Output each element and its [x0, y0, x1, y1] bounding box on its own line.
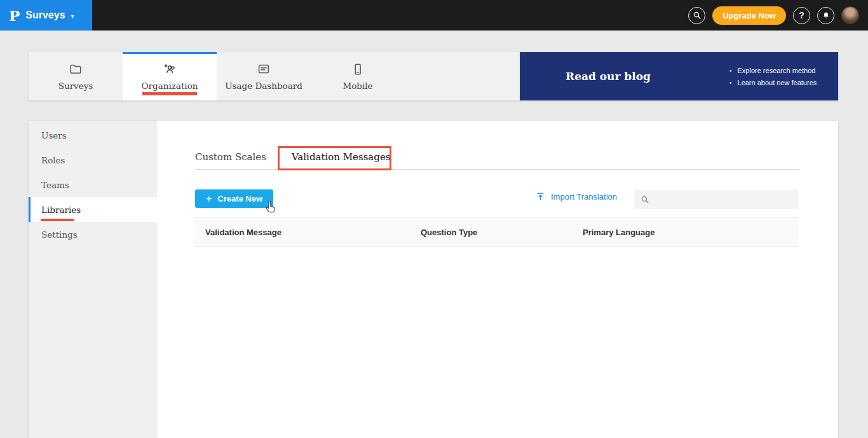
topbar: P Surveys ▾ Upgrade Now ? [0, 0, 868, 31]
import-icon [536, 191, 545, 202]
product-name-label: Surveys [25, 10, 65, 21]
annotation-underline-libraries [41, 219, 74, 221]
search-icon [693, 11, 702, 20]
nav-tab-organization[interactable]: Organization [123, 52, 217, 100]
tab-validation-messages[interactable]: Validation Messages [292, 151, 391, 163]
column-header-validation-message: Validation Message [205, 228, 281, 237]
sidebar-item-libraries[interactable]: Libraries [29, 197, 157, 222]
tabs-divider [195, 169, 799, 170]
question-mark-icon: ? [799, 10, 804, 20]
blog-bullet-item: • Explore research method [729, 67, 817, 74]
avatar[interactable] [841, 6, 859, 24]
column-header-primary-language: Primary Language [583, 228, 654, 237]
topbar-actions: Upgrade Now ? [688, 0, 859, 31]
annotation-underline-organization [142, 92, 197, 95]
nav-tab-label: Mobile [342, 81, 372, 91]
sidebar-item-teams[interactable]: Teams [29, 172, 157, 197]
import-translation-link[interactable]: Import Translation [536, 191, 617, 202]
main-panel: Users Roles Teams Libraries Settings Cus… [29, 121, 838, 438]
bell-icon [822, 11, 831, 20]
validation-messages-table-header: Validation Message Question Type Primary… [195, 217, 799, 247]
create-new-label: Create New [217, 194, 262, 203]
blog-promo-panel[interactable]: Read our blog • Explore research method … [520, 52, 838, 100]
blog-bullet-text: Learn about new features [738, 79, 817, 86]
product-switcher[interactable]: P Surveys ▾ [0, 0, 92, 31]
chevron-down-icon: ▾ [71, 13, 74, 20]
blog-bullet-list: • Explore research method • Learn about … [729, 67, 817, 86]
people-icon [163, 62, 177, 76]
bullet-icon: • [729, 79, 732, 86]
notifications-button[interactable] [817, 7, 834, 24]
sidebar-item-roles[interactable]: Roles [29, 147, 157, 172]
create-new-button[interactable]: + Create New [195, 189, 273, 208]
nav-tab-surveys[interactable]: Surveys [29, 52, 123, 100]
import-translation-label: Import Translation [551, 192, 617, 202]
questionpro-logo-icon: P [9, 8, 20, 23]
nav-tab-label: Usage Dashboard [225, 81, 302, 91]
dashboard-icon [257, 62, 271, 76]
column-header-question-type: Question Type [421, 228, 477, 237]
blog-bullet-item: • Learn about new features [729, 79, 817, 86]
plus-icon: + [206, 194, 212, 204]
nav-tab-mobile[interactable]: Mobile [311, 52, 405, 100]
search-button[interactable] [688, 7, 705, 24]
search-icon [641, 195, 649, 204]
upgrade-now-button[interactable]: Upgrade Now [712, 6, 786, 25]
bullet-icon: • [729, 67, 732, 74]
primary-nav: Surveys Organization Usage Dashboard [29, 52, 838, 100]
folder-icon [69, 62, 83, 76]
library-tabs: Custom Scales Validation Messages [195, 151, 390, 163]
sidebar-item-label: Libraries [41, 205, 81, 215]
search-input[interactable] [654, 190, 799, 209]
nav-tab-usage-dashboard[interactable]: Usage Dashboard [217, 52, 311, 100]
help-button[interactable]: ? [793, 7, 810, 24]
table-search[interactable] [634, 190, 799, 209]
blog-panel-title: Read our blog [566, 70, 651, 83]
settings-sidebar: Users Roles Teams Libraries Settings [29, 121, 157, 438]
nav-tab-label: Surveys [58, 81, 93, 91]
tab-custom-scales[interactable]: Custom Scales [195, 151, 266, 163]
blog-bullet-text: Explore research method [738, 67, 816, 74]
mobile-icon [351, 62, 365, 76]
sidebar-item-users[interactable]: Users [29, 123, 157, 147]
sidebar-item-settings[interactable]: Settings [29, 222, 157, 247]
nav-tab-label: Organization [142, 81, 198, 91]
